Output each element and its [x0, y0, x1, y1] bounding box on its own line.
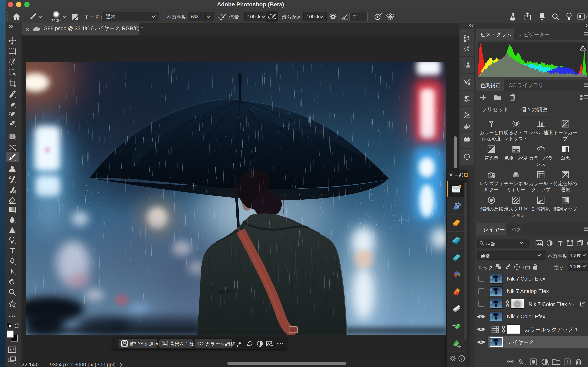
svg-text:fx: fx: [518, 358, 523, 365]
svg-text:?: ?: [460, 356, 463, 361]
